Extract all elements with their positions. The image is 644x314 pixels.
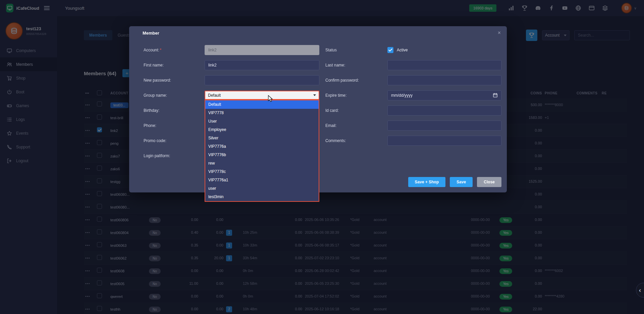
calendar-icon[interactable] bbox=[493, 93, 498, 98]
new-password-label: New password: bbox=[144, 78, 205, 83]
active-label: Active bbox=[397, 48, 408, 52]
chevron-down-icon bbox=[313, 94, 316, 96]
modal-body: Account:* Status Active First name: Last… bbox=[144, 42, 501, 163]
login-platform-label: Login paltform: bbox=[144, 153, 205, 158]
last-name-label: Last name: bbox=[325, 63, 387, 68]
phone-label: Phone: bbox=[144, 123, 205, 128]
group-option[interactable]: Silver bbox=[205, 134, 319, 142]
idcard-label: Id card: bbox=[325, 108, 387, 113]
comments-label: Comments: bbox=[325, 138, 387, 143]
save-button[interactable]: Save bbox=[450, 177, 473, 187]
expire-time-placeholder: mm/dd/yyyy bbox=[391, 93, 493, 98]
active-checkbox[interactable] bbox=[387, 47, 393, 53]
close-icon[interactable]: × bbox=[498, 30, 501, 36]
group-option[interactable]: User bbox=[205, 117, 319, 126]
group-option[interactable]: VIP7776a bbox=[205, 142, 319, 151]
group-option[interactable]: VIP7776b bbox=[205, 151, 319, 159]
group-option[interactable]: Employee bbox=[205, 126, 319, 134]
first-name-field[interactable] bbox=[205, 60, 319, 70]
account-label: Account:* bbox=[144, 48, 205, 52]
close-button[interactable]: Close bbox=[477, 177, 501, 187]
group-option[interactable]: rew bbox=[205, 159, 319, 168]
idcard-field[interactable] bbox=[387, 105, 501, 116]
group-select-value: Default bbox=[208, 93, 313, 98]
new-password-field[interactable] bbox=[205, 75, 319, 85]
first-name-label: First name: bbox=[144, 63, 205, 68]
member-modal: Member × Account:* Status Active First n… bbox=[129, 26, 507, 192]
group-option[interactable]: test3min bbox=[205, 193, 319, 201]
group-name-label: Group name: bbox=[144, 93, 205, 98]
email-field[interactable] bbox=[387, 121, 501, 131]
confirm-password-label: Confirm password: bbox=[325, 78, 387, 83]
save-shop-button[interactable]: Save + Shop bbox=[408, 177, 446, 187]
status-label: Status bbox=[325, 48, 387, 52]
modal-buttons: Save + Shop Save Close bbox=[408, 177, 501, 187]
group-option[interactable]: user bbox=[205, 184, 319, 193]
modal-header: Member × bbox=[129, 26, 507, 40]
modal-title: Member bbox=[143, 31, 159, 36]
email-label: Email: bbox=[325, 123, 387, 128]
last-name-field[interactable] bbox=[387, 60, 501, 70]
group-option[interactable]: VIP7778c bbox=[205, 168, 319, 176]
comments-field[interactable] bbox=[387, 136, 501, 146]
confirm-password-field[interactable] bbox=[387, 75, 501, 85]
expire-time-label: Expire time: bbox=[325, 93, 387, 98]
group-option[interactable]: VIP7776a1 bbox=[205, 176, 319, 184]
group-select[interactable]: Default bbox=[205, 91, 319, 100]
promo-code-label: Promo code: bbox=[144, 138, 205, 143]
chevron-left-icon: ‹ bbox=[639, 287, 641, 294]
account-field bbox=[205, 45, 319, 55]
birthday-label: Birthday: bbox=[144, 108, 205, 113]
expire-time-field[interactable]: mm/dd/yyyy bbox=[387, 90, 501, 100]
group-select-wrap: Default Default VIP7778 User Employee Si… bbox=[205, 91, 319, 100]
group-option[interactable]: Default bbox=[205, 100, 319, 109]
required-mark: * bbox=[160, 48, 162, 52]
group-options-list: Default VIP7778 User Employee Silver VIP… bbox=[205, 100, 319, 202]
group-option[interactable]: VIP7778 bbox=[205, 109, 319, 117]
status-field: Active bbox=[387, 47, 501, 53]
